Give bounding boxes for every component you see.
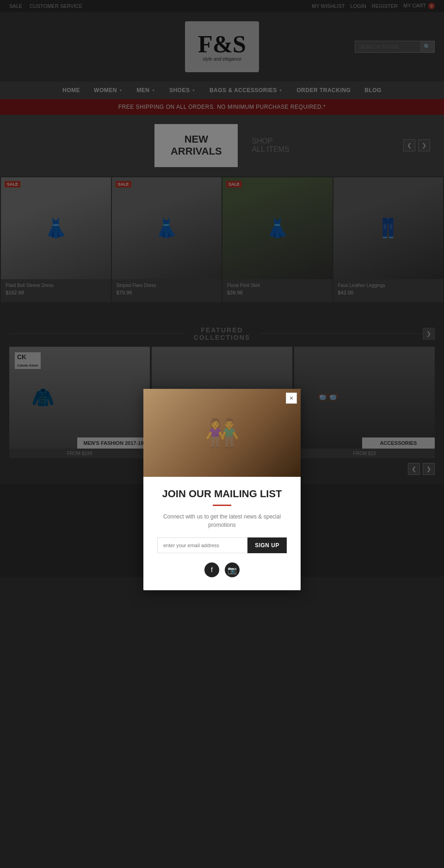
instagram-icon[interactable]: 📷	[225, 562, 240, 577]
modal-figures: 👫	[143, 389, 301, 477]
modal-signup-button[interactable]: SIGN UP	[247, 537, 287, 553]
mailing-list-modal: 👫 × JOIN OUR MAILING LIST Connect with u…	[143, 389, 301, 590]
modal-overlay: 👫 × JOIN OUR MAILING LIST Connect with u…	[0, 0, 444, 868]
facebook-icon[interactable]: f	[204, 562, 219, 577]
modal-description: Connect with us to get the latest news &…	[157, 512, 287, 529]
modal-title: JOIN OUR MAILING LIST	[157, 488, 287, 500]
modal-body: JOIN OUR MAILING LIST Connect with us to…	[143, 477, 301, 590]
modal-image: 👫	[143, 389, 301, 477]
modal-email-input[interactable]	[157, 537, 247, 553]
modal-form: SIGN UP	[157, 537, 287, 553]
modal-socials: f 📷	[157, 562, 287, 577]
instagram-label: 📷	[228, 566, 237, 575]
facebook-label: f	[211, 566, 213, 574]
modal-close-button[interactable]: ×	[286, 393, 297, 404]
modal-underline	[213, 505, 231, 506]
